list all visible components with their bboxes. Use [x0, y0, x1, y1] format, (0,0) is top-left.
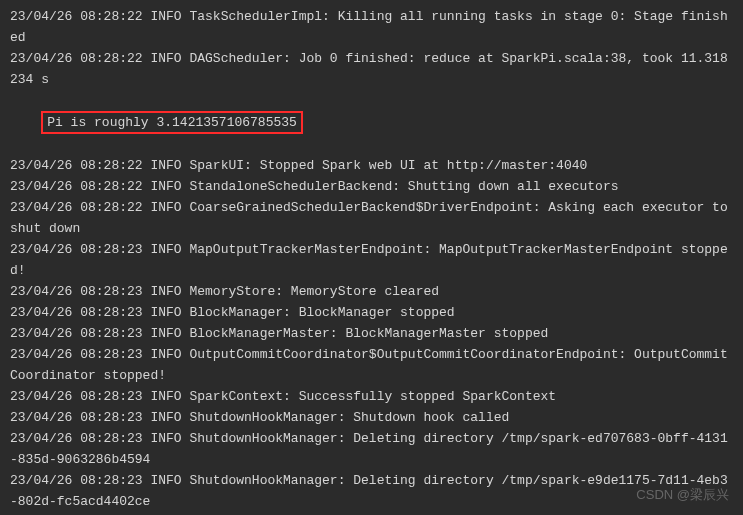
log-line: 23/04/26 08:28:22 INFO TaskSchedulerImpl…: [10, 6, 733, 48]
log-line: 23/04/26 08:28:23 INFO SparkContext: Suc…: [10, 386, 733, 407]
terminal-output[interactable]: 23/04/26 08:28:22 INFO TaskSchedulerImpl…: [10, 6, 733, 515]
log-line: 23/04/26 08:28:22 INFO DAGScheduler: Job…: [10, 48, 733, 90]
log-line: 23/04/26 08:28:23 INFO ShutdownHookManag…: [10, 407, 733, 428]
highlight-box: Pi is roughly 3.1421357106785535: [41, 111, 303, 134]
log-line: 23/04/26 08:28:23 INFO BlockManagerMaste…: [10, 323, 733, 344]
log-line: 23/04/26 08:28:23 INFO OutputCommitCoord…: [10, 344, 733, 386]
log-line: 23/04/26 08:28:23 INFO MapOutputTrackerM…: [10, 239, 733, 281]
log-line-highlighted: Pi is roughly 3.1421357106785535: [10, 90, 733, 155]
log-line: 23/04/26 08:28:23 INFO MemoryStore: Memo…: [10, 281, 733, 302]
log-line: 23/04/26 08:28:23 INFO ShutdownHookManag…: [10, 470, 733, 512]
log-line: 23/04/26 08:28:22 INFO StandaloneSchedul…: [10, 176, 733, 197]
log-line: 23/04/26 08:28:23 INFO BlockManager: Blo…: [10, 302, 733, 323]
log-line: 23/04/26 08:28:22 INFO SparkUI: Stopped …: [10, 155, 733, 176]
log-line: 23/04/26 08:28:22 INFO CoarseGrainedSche…: [10, 197, 733, 239]
log-line: 23/04/26 08:28:23 INFO ShutdownHookManag…: [10, 428, 733, 470]
